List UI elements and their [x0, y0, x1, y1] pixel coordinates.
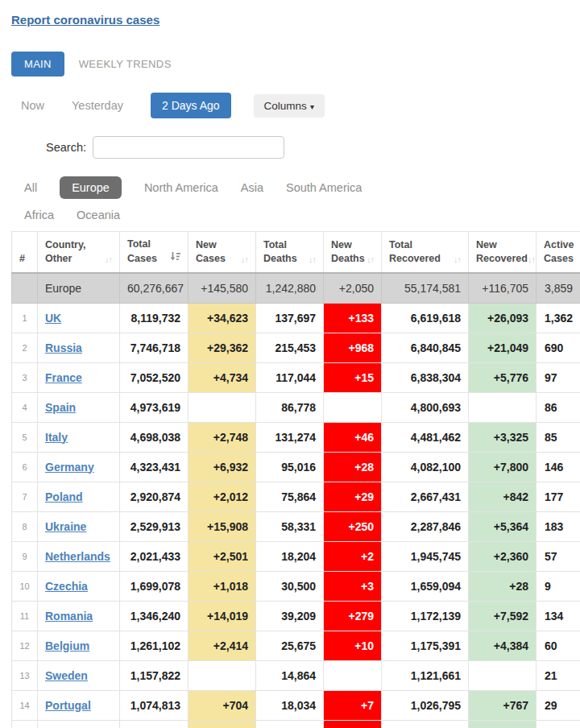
active-cases-cell: 57	[536, 541, 580, 571]
country-link[interactable]: France	[45, 371, 82, 384]
region-tab-all[interactable]: All	[24, 181, 37, 194]
sort-both-icon: ↓↑	[105, 255, 112, 264]
sort-desc-icon	[170, 252, 180, 264]
table-row: 9Netherlands2,021,433+2,50118,204+21,945…	[12, 541, 580, 571]
search-input[interactable]	[93, 136, 284, 159]
table-row: 10Czechia1,699,078+1,01830,500+31,659,09…	[12, 571, 580, 601]
col-header-label: Recovered	[389, 253, 441, 264]
country-link[interactable]: Czechia	[45, 580, 88, 593]
tab-main[interactable]: MAIN	[11, 52, 64, 77]
col-header-label: Recovered	[476, 253, 528, 264]
col-header-new-cases[interactable]: NewCases↓↑	[188, 232, 256, 273]
table-row: 13Sweden1,157,82214,8641,121,66121	[12, 660, 580, 690]
col-header-active-cases[interactable]: ActiveCases	[536, 232, 580, 273]
report-coronavirus-cases-link[interactable]: Report coronavirus cases	[11, 13, 160, 27]
region-tab-asia[interactable]: Asia	[241, 181, 263, 194]
region-tab-europe[interactable]: Europe	[60, 176, 122, 199]
country-link[interactable]: Germany	[45, 461, 94, 474]
new-recovered-cell: +3,325	[469, 422, 536, 452]
new-recovered-cell: +7,592	[469, 601, 536, 631]
new-deaths-cell: +968	[324, 333, 382, 362]
col-header-total-deaths[interactable]: TotalDeaths↓↑	[256, 232, 324, 273]
table-row: 8Ukraine2,529,913+15,90858,331+2502,287,…	[12, 511, 580, 541]
rank-cell: 5	[12, 422, 38, 452]
col-header-new-deaths[interactable]: NewDeaths↓↑	[324, 232, 382, 273]
country-link[interactable]: Russia	[45, 341, 82, 354]
new-recovered-cell	[469, 660, 536, 690]
table-row: 6Germany4,323,431+6,93295,016+284,082,10…	[12, 452, 580, 482]
active-cases-cell: 21	[536, 660, 580, 690]
country-link[interactable]: Netherlands	[45, 550, 110, 563]
total-recovered-cell: 2,287,846	[382, 511, 469, 541]
rank-cell: 4	[12, 392, 38, 422]
total-cases-cell: 2,529,913	[120, 511, 188, 541]
time-now[interactable]: Now	[21, 99, 44, 112]
new-recovered-cell	[469, 392, 536, 422]
country-link[interactable]: UK	[45, 312, 61, 325]
total-cases-cell: 2,021,433	[120, 541, 188, 571]
country-cell: Romania	[38, 601, 120, 631]
active-cases-cell: 86	[536, 392, 580, 422]
region-tab-africa[interactable]: Africa	[24, 209, 54, 221]
new-deaths-cell: +52	[324, 720, 382, 728]
sort-both-icon: ↓↑	[367, 255, 374, 264]
rank-cell: 2	[12, 333, 38, 362]
new-deaths-cell: +7	[324, 690, 382, 720]
new-cases-cell	[188, 660, 256, 690]
new-deaths-cell: +250	[324, 511, 382, 541]
total-deaths-cell: 86,778	[256, 392, 324, 422]
col-header-country[interactable]: Country,Other↓↑	[38, 232, 120, 273]
total-cases-cell: 60,276,667	[120, 273, 188, 304]
country-cell: France	[38, 362, 120, 392]
total-cases-cell: 7,052,520	[120, 362, 188, 392]
country-link[interactable]: Ukraine	[45, 520, 86, 533]
new-deaths-cell: +3	[324, 571, 382, 601]
new-deaths-cell: +46	[324, 422, 382, 452]
col-header-rank[interactable]: #	[12, 232, 38, 273]
total-recovered-cell: 863,479	[382, 720, 469, 728]
country-link[interactable]: Poland	[45, 490, 83, 503]
country-cell: Czechia	[38, 571, 120, 601]
time-two-days-ago[interactable]: 2 Days Ago	[151, 93, 231, 118]
total-deaths-cell: 25,675	[256, 631, 324, 660]
sort-both-icon: ↓↑	[528, 255, 535, 264]
total-cases-cell: 1,261,102	[120, 631, 188, 660]
col-header-new-recovered[interactable]: NewRecovered↓↑	[469, 232, 536, 273]
country-link[interactable]: Portugal	[45, 699, 91, 712]
total-deaths-cell: 131,274	[256, 422, 324, 452]
total-recovered-cell: 1,175,391	[382, 631, 469, 660]
new-cases-cell: +6,932	[188, 452, 256, 482]
col-header-total-recovered[interactable]: TotalRecovered↓↑	[382, 232, 469, 273]
total-deaths-cell: 1,242,880	[256, 273, 324, 304]
total-cases-cell: 4,973,619	[120, 392, 188, 422]
country-link[interactable]: Italy	[45, 431, 68, 444]
col-header-total-cases[interactable]: TotalCases	[120, 232, 188, 273]
country-link[interactable]: Sweden	[45, 669, 88, 682]
country-link[interactable]: Romania	[45, 610, 93, 623]
country-cell: Portugal	[38, 690, 120, 720]
rank-cell: 7	[12, 482, 38, 511]
country-link[interactable]: Belgium	[45, 639, 89, 652]
active-cases-cell: 9	[536, 571, 580, 601]
new-cases-cell: +1,018	[188, 571, 256, 601]
country-cell: Germany	[38, 452, 120, 482]
table-row: 3France7,052,520+4,734117,044+156,838,30…	[12, 362, 580, 392]
new-deaths-cell: +2	[324, 541, 382, 571]
coronavirus-cases-table: #Country,Other↓↑TotalCasesNewCases↓↑Tota…	[11, 231, 580, 728]
country-link[interactable]: Spain	[45, 401, 76, 414]
region-tab-oceania[interactable]: Oceania	[77, 209, 120, 221]
region-tab-north-america[interactable]: North America	[144, 181, 218, 194]
total-cases-cell: 2,920,874	[120, 482, 188, 511]
time-yesterday[interactable]: Yesterday	[72, 99, 123, 112]
new-cases-cell: +4,734	[188, 362, 256, 392]
tab-weekly-trends[interactable]: WEEKLY TRENDS	[79, 58, 172, 70]
active-cases-cell: 177	[536, 482, 580, 511]
country-cell: Poland	[38, 482, 120, 511]
total-deaths-cell: 75,864	[256, 482, 324, 511]
rank-cell: 14	[12, 690, 38, 720]
region-tab-south-america[interactable]: South America	[286, 181, 362, 194]
country-cell: Europe	[38, 273, 120, 304]
columns-dropdown-button[interactable]: Columns▾	[254, 94, 325, 118]
total-cases-cell: 1,074,813	[120, 690, 188, 720]
total-recovered-cell: 6,838,304	[382, 362, 469, 392]
